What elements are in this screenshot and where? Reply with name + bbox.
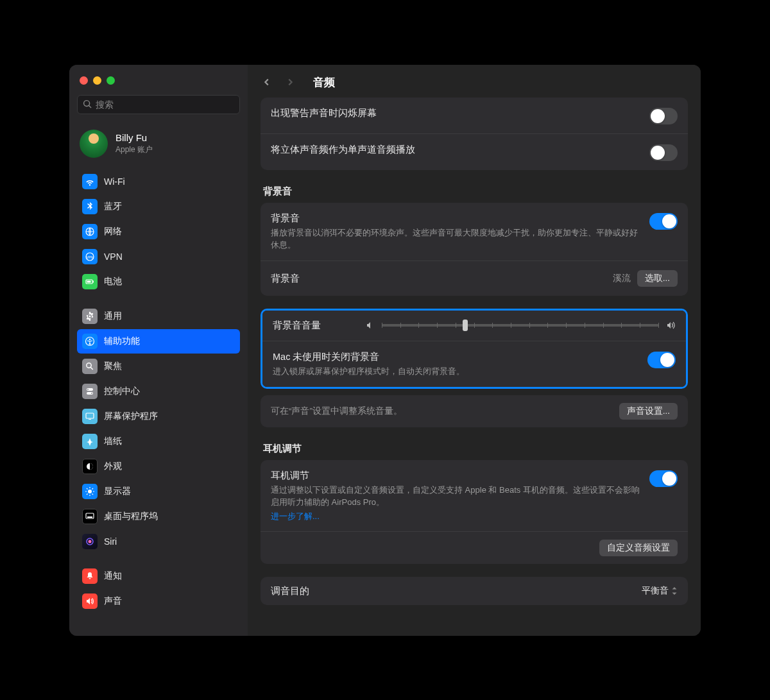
svg-point-7	[89, 338, 91, 340]
sidebar-item-label: Siri	[104, 536, 117, 547]
sidebar-item-siri[interactable]: Siri	[77, 529, 240, 554]
avatar	[80, 130, 108, 158]
sidebar-item-control-center[interactable]: 控制中心	[77, 379, 240, 404]
row-tuning: 调音目的 平衡音	[261, 577, 688, 605]
group-alerts: 出现警告声音时闪烁屏幕 将立体声音频作为单声道音频播放	[261, 98, 688, 170]
bell-icon	[82, 568, 98, 584]
svg-point-15	[88, 490, 92, 493]
wifi-icon	[82, 174, 98, 189]
sidebar-item-label: 聚焦	[104, 361, 122, 372]
gear-icon	[82, 309, 98, 324]
fullscreen-window[interactable]	[107, 76, 115, 85]
sidebar-item-vpn[interactable]: VPNVPN	[77, 244, 240, 269]
background-sound-value: 溪流	[613, 273, 631, 284]
learn-more-link[interactable]: 进一步了解...	[271, 511, 320, 522]
volume-slider[interactable]	[382, 324, 659, 327]
profile-name: Billy Fu	[116, 132, 153, 143]
back-button[interactable]	[261, 76, 273, 89]
toggle-flash-screen[interactable]	[649, 108, 678, 124]
siri-icon	[82, 534, 98, 549]
row-background-sound: 背景音 播放背景音以消弭不必要的环境杂声。这些声音可最大限度地减少干扰，助你更加…	[261, 203, 688, 261]
custom-audio-button[interactable]: 自定义音频设置	[599, 540, 678, 556]
sidebar-item-sound[interactable]: 声音	[77, 589, 240, 613]
toolbar: 音频	[248, 65, 701, 98]
row-custom-audio: 自定义音频设置	[261, 532, 688, 564]
toggle-mac-idle-off[interactable]	[647, 352, 676, 368]
toggle-mono-audio[interactable]	[649, 144, 678, 161]
sidebar-item-screensaver[interactable]: 屏幕保护程序	[77, 404, 240, 429]
volume-high-icon	[665, 320, 676, 330]
section-header-background: 背景音	[261, 183, 688, 203]
row-mac-idle-off: Mac 未使用时关闭背景音 进入锁屏或屏幕保护程序模式时，自动关闭背景音。	[262, 341, 686, 387]
sidebar-item-network[interactable]: 网络	[77, 219, 240, 244]
display-icon	[82, 484, 98, 499]
section-header-headphone: 耳机调节	[261, 440, 688, 460]
profile[interactable]: Billy Fu Apple 账户	[77, 126, 240, 169]
row-flash-screen: 出现警告声音时闪烁屏幕	[261, 98, 688, 134]
sound-settings-button[interactable]: 声音设置...	[619, 403, 678, 420]
page-title: 音频	[313, 75, 335, 90]
sidebar-item-label: 辅助功能	[104, 336, 140, 347]
sidebar-item-notifications[interactable]: 通知	[77, 564, 240, 588]
wallpaper-icon	[82, 434, 98, 449]
popup-value-text: 平衡音	[642, 585, 669, 597]
sidebar-list: Wi-Fi 蓝牙 网络 VPNVPN 电池 通用 辅助功能 聚焦 控制中心 屏幕…	[77, 169, 240, 613]
sidebar-item-general[interactable]: 通用	[77, 304, 240, 329]
slider-thumb[interactable]	[463, 320, 468, 331]
sidebar-item-label: 控制中心	[104, 386, 140, 397]
row-desc: 播放背景音以消弭不必要的环境杂声。这些声音可最大限度地减少干扰，助你更加专注、平…	[271, 226, 642, 252]
row-label: Mac 未使用时关闭背景音	[273, 350, 640, 363]
search-icon	[82, 359, 98, 374]
minimize-window[interactable]	[93, 76, 101, 85]
row-label: 出现警告声音时闪烁屏幕	[271, 107, 642, 119]
row-mono-audio: 将立体声音频作为单声道音频播放	[261, 134, 688, 170]
traffic-lights	[77, 74, 240, 95]
svg-rect-12	[86, 413, 94, 418]
sidebar-item-dock[interactable]: 桌面与程序坞	[77, 504, 240, 529]
svg-rect-4	[93, 280, 94, 282]
choose-sound-button[interactable]: 选取...	[637, 270, 678, 287]
group-tuning: 调音目的 平衡音	[261, 577, 688, 605]
svg-point-11	[91, 393, 92, 394]
search-input[interactable]	[96, 99, 234, 110]
control-center-icon	[82, 384, 98, 399]
sidebar-item-label: VPN	[104, 252, 123, 262]
sidebar-item-wallpaper[interactable]: 墙纸	[77, 429, 240, 454]
row-label: 背景音	[271, 212, 642, 225]
sidebar-item-accessibility[interactable]: 辅助功能	[77, 329, 240, 354]
sidebar-item-battery[interactable]: 电池	[77, 269, 240, 294]
bluetooth-icon	[82, 199, 98, 214]
group-background-sound: 背景音 播放背景音以消弭不必要的环境杂声。这些声音可最大限度地减少干扰，助你更加…	[261, 203, 688, 296]
sidebar-item-label: 外观	[104, 461, 122, 472]
svg-rect-13	[89, 419, 91, 420]
row-background-picker: 背景音 溪流 选取...	[261, 261, 688, 296]
sidebar-item-appearance[interactable]: 外观	[77, 454, 240, 479]
sidebar-item-label: 通知	[104, 570, 122, 582]
volume-low-icon	[365, 320, 375, 330]
sidebar-item-label: 显示器	[104, 486, 131, 497]
scroll-area[interactable]: 出现警告声音时闪烁屏幕 将立体声音频作为单声道音频播放 背景音 背景音 播放背景…	[248, 98, 701, 636]
row-background-volume: 背景音音量	[262, 311, 686, 341]
sidebar-item-label: 墙纸	[104, 436, 122, 447]
battery-icon	[82, 274, 98, 289]
tuning-popup[interactable]: 平衡音	[642, 585, 678, 597]
toggle-background-sound[interactable]	[649, 213, 678, 230]
toggle-headphone-accommodations[interactable]	[649, 470, 678, 487]
network-icon	[82, 224, 98, 239]
sidebar-item-display[interactable]: 显示器	[77, 479, 240, 504]
svg-rect-17	[87, 516, 92, 518]
sidebar-item-spotlight[interactable]: 聚焦	[77, 354, 240, 379]
accessibility-icon	[82, 334, 98, 349]
settings-window: Billy Fu Apple 账户 Wi-Fi 蓝牙 网络 VPNVPN 电池 …	[69, 65, 701, 636]
highlighted-region: 背景音音量 Mac 未使用时关闭背景音	[261, 309, 688, 389]
profile-sub: Apple 账户	[116, 144, 153, 155]
close-window[interactable]	[80, 76, 88, 85]
slider-label: 背景音音量	[273, 320, 356, 332]
sidebar: Billy Fu Apple 账户 Wi-Fi 蓝牙 网络 VPNVPN 电池 …	[69, 65, 248, 636]
forward-button[interactable]	[284, 76, 296, 89]
sidebar-item-bluetooth[interactable]: 蓝牙	[77, 194, 240, 219]
appearance-icon	[82, 459, 98, 474]
search-box[interactable]	[77, 95, 240, 114]
sidebar-item-wifi[interactable]: Wi-Fi	[77, 169, 240, 194]
group-sound-settings: 可在“声音”设置中调整系统音量。 声音设置...	[261, 395, 688, 427]
